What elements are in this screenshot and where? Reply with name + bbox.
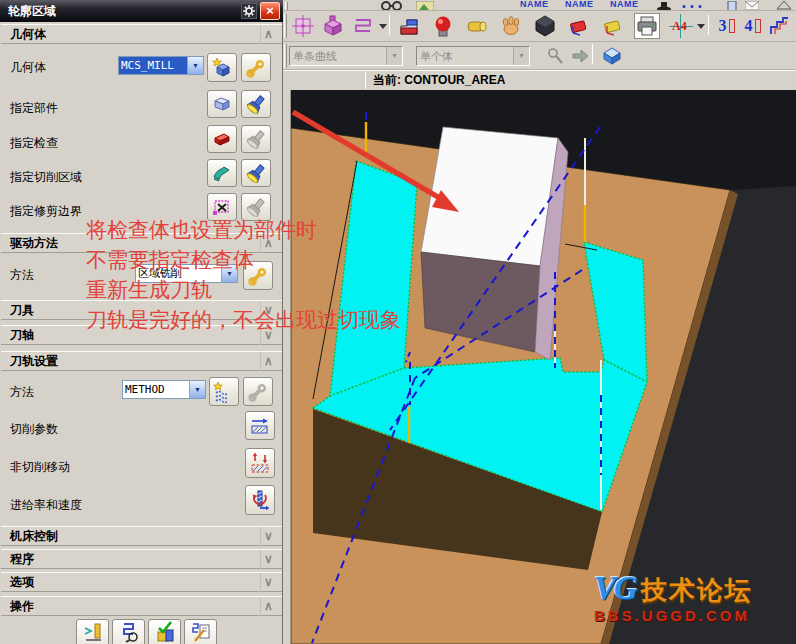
mill-geometry-icon[interactable] — [320, 13, 346, 39]
wrench-icon — [248, 266, 268, 286]
graphics-viewport[interactable]: VG技术论坛 BBS.UGGD.COM — [291, 90, 796, 644]
body-rule-combo[interactable]: 单个体 ▼ — [416, 46, 530, 66]
view-4-button[interactable]: 4 — [740, 13, 765, 39]
selection-scope-icon[interactable] — [543, 43, 569, 69]
section-machine-control[interactable]: 机床控制 ∨ — [1, 526, 282, 546]
verify-toolpath-button[interactable] — [148, 619, 181, 644]
display-part-button[interactable] — [241, 90, 271, 118]
non-cutting-label: 非切削移动 — [10, 459, 70, 476]
mail-icon[interactable] — [745, 1, 759, 11]
show-result-box-icon[interactable] — [599, 43, 625, 69]
feeds-speeds-button[interactable] — [245, 485, 275, 515]
glasses-icon[interactable] — [381, 1, 403, 11]
geometry-combo[interactable]: MCS_MILL ▼ — [118, 56, 204, 75]
section-program-title: 程序 — [10, 550, 34, 569]
display-cut-area-button[interactable] — [241, 159, 271, 187]
replay-toolpath-button[interactable] — [112, 619, 145, 644]
specify-part-label: 指定部件 — [10, 100, 58, 117]
print-icon[interactable] — [634, 13, 660, 39]
dialog-close-button[interactable]: × — [260, 2, 280, 20]
dialog-titlebar[interactable]: 轮廓区域 × — [0, 0, 283, 22]
workpiece-icon[interactable] — [532, 13, 558, 39]
create-program-icon[interactable] — [396, 13, 422, 39]
section-tool[interactable]: 刀具 ∨ — [1, 300, 282, 320]
geometry-combo-value: MCS_MILL — [119, 57, 187, 74]
non-cutting-button[interactable] — [245, 448, 275, 478]
partial-icon[interactable] — [777, 1, 791, 11]
section-program[interactable]: 程序 ∨ — [1, 549, 282, 569]
specify-check-button[interactable] — [207, 125, 237, 153]
combo-arrow-icon[interactable]: ▼ — [386, 47, 402, 65]
check-geometry-icon — [212, 129, 232, 149]
section-geometry[interactable]: 几何体 ∧ — [1, 24, 282, 44]
flashlight-disabled-icon — [246, 129, 266, 149]
drive-method-combo[interactable]: 区域铣削 ▼ — [135, 264, 238, 283]
combo-arrow-icon[interactable]: ▼ — [189, 381, 205, 398]
red-csys-tag-icon[interactable] — [566, 13, 592, 39]
section-axis-title: 刀轴 — [10, 326, 34, 345]
edit-drive-method-button[interactable] — [243, 261, 273, 290]
new-geometry-button[interactable] — [207, 53, 237, 82]
combo-arrow-icon[interactable]: ▼ — [187, 57, 203, 74]
dialog-settings-button[interactable] — [241, 3, 257, 19]
section-tool-axis[interactable]: 刀轴 ∨ — [1, 325, 282, 345]
drive-curve-icon[interactable] — [350, 13, 376, 39]
create-method-icon[interactable] — [498, 13, 524, 39]
section-path-title: 刀轨设置 — [10, 352, 58, 371]
display-trim-button[interactable] — [241, 193, 271, 221]
select-next-icon[interactable] — [567, 43, 593, 69]
panel-gutter — [283, 90, 291, 644]
boundary-point-icon[interactable] — [290, 13, 316, 39]
forum-watermark: VG技术论坛 BBS.UGGD.COM — [594, 572, 753, 623]
section-path-settings[interactable]: 刀轨设置 ∧ — [1, 351, 282, 371]
dropdown-arrow-icon[interactable] — [379, 24, 387, 29]
view-3-button[interactable]: 3 — [714, 13, 739, 39]
drive-method-label: 方法 — [10, 267, 34, 284]
yellow-csys-tag-icon[interactable] — [600, 13, 626, 39]
section-machine-title: 机床控制 — [10, 527, 58, 546]
path-method-combo[interactable]: METHOD ▼ — [122, 380, 206, 399]
combo-arrow-icon[interactable]: ▼ — [513, 47, 529, 65]
display-check-button[interactable] — [241, 125, 271, 153]
tool-icon[interactable] — [656, 2, 672, 11]
chevron-down-icon: ∨ — [260, 550, 276, 569]
section-tool-title: 刀具 — [10, 301, 34, 320]
new-geometry-icon — [211, 57, 233, 79]
steps-view-icon[interactable] — [766, 13, 792, 39]
list-toolpath-button[interactable] — [184, 619, 217, 644]
toolbar-separator — [592, 44, 593, 64]
view-3-bar-icon — [729, 19, 735, 33]
section-actions[interactable]: 操作 ∧ — [1, 596, 282, 616]
specify-cut-area-button[interactable] — [207, 159, 237, 187]
toolbar-grip[interactable] — [284, 44, 287, 68]
chevron-down-icon: ∨ — [260, 326, 276, 345]
generate-toolpath-button[interactable] — [76, 619, 109, 644]
create-tool-icon[interactable] — [430, 13, 456, 39]
chevron-down-icon: ∨ — [260, 573, 276, 592]
combo-arrow-icon[interactable]: ▼ — [221, 265, 237, 282]
dropdown-arrow-icon[interactable] — [697, 24, 705, 29]
specify-part-button[interactable] — [207, 90, 237, 118]
section-options-title: 选项 — [10, 573, 34, 592]
cutting-params-button[interactable] — [245, 411, 275, 440]
generate-toolpath-icon — [81, 620, 105, 644]
new-method-button[interactable] — [209, 377, 239, 406]
view-4-bar-icon — [755, 19, 761, 33]
clipped-toolbar-row: NAME NAME NAME — [283, 0, 796, 11]
section-drive-method[interactable]: 驱动方法 ∧ — [1, 233, 282, 253]
specify-trim-button[interactable] — [207, 193, 237, 221]
image-icon[interactable] — [416, 1, 434, 11]
section-options[interactable]: 选项 ∨ — [1, 572, 282, 592]
trim-boundary-icon — [212, 197, 232, 217]
toolbar-grip[interactable] — [284, 14, 287, 38]
edit-geometry-button[interactable] — [241, 53, 271, 82]
curve-rule-combo[interactable]: 单条曲线 ▼ — [289, 46, 403, 66]
toolbar-separator — [708, 15, 709, 35]
edit-method-button[interactable] — [243, 377, 273, 406]
flashlight-icon — [246, 94, 266, 114]
nx-cam-window: NAME NAME NAME — [0, 0, 796, 644]
dialog-title: 轮廓区域 — [8, 0, 56, 22]
clipboard-icon[interactable] — [727, 1, 737, 11]
create-geometry-icon[interactable] — [464, 13, 490, 39]
fit-a4-icon[interactable]: A4 — [668, 13, 694, 39]
